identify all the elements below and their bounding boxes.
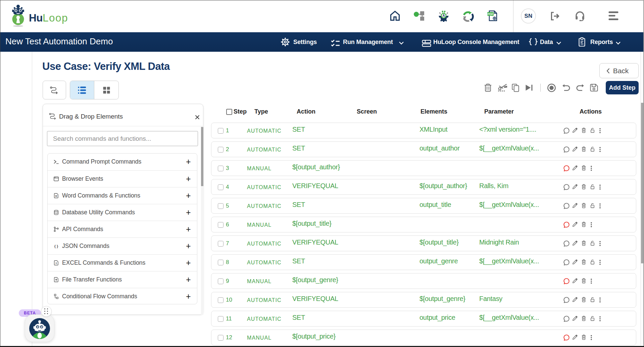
svg-text:W: W — [55, 195, 57, 197]
svg-text:Loop: Loop — [43, 12, 68, 24]
svg-text:A: A — [442, 14, 445, 17]
svg-text:PDF: PDF — [488, 12, 494, 16]
svg-text:Hu: Hu — [29, 12, 43, 24]
svg-text:X: X — [55, 262, 57, 264]
svg-text:{ }: { } — [54, 244, 58, 248]
